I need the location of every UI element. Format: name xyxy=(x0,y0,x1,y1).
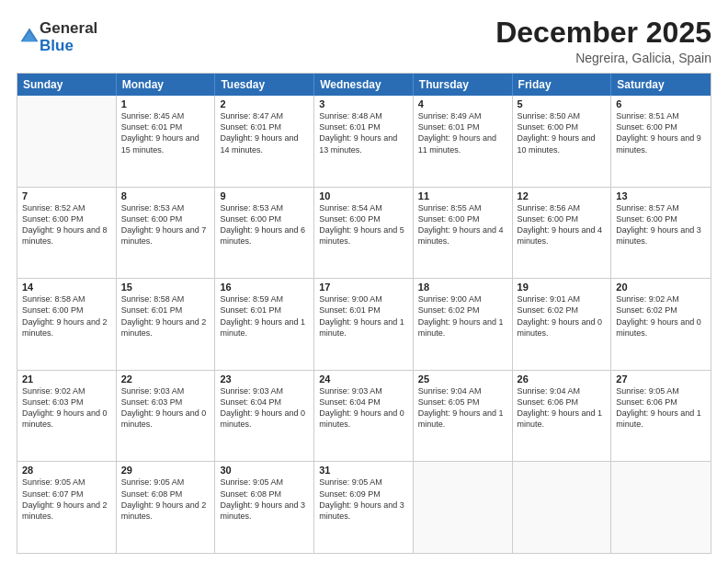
cell-info: Sunrise: 8:56 AMSunset: 6:00 PMDaylight:… xyxy=(518,202,607,247)
cell-info: Sunrise: 8:53 AMSunset: 6:00 PMDaylight:… xyxy=(121,202,210,247)
cell-info: Sunrise: 9:05 AMSunset: 6:08 PMDaylight:… xyxy=(220,477,309,522)
cell-date: 16 xyxy=(220,282,309,293)
calendar-cell xyxy=(611,462,711,553)
header-day: Wednesday xyxy=(314,74,414,96)
calendar-header: SundayMondayTuesdayWednesdayThursdayFrid… xyxy=(17,74,711,96)
cell-date: 20 xyxy=(616,282,706,293)
cell-info: Sunrise: 8:47 AMSunset: 6:01 PMDaylight:… xyxy=(220,110,309,155)
calendar-cell: 14Sunrise: 8:58 AMSunset: 6:00 PMDayligh… xyxy=(17,279,117,370)
cell-date: 5 xyxy=(518,98,607,109)
header-day: Saturday xyxy=(611,74,711,96)
cell-info: Sunrise: 8:54 AMSunset: 6:00 PMDaylight:… xyxy=(319,202,408,247)
calendar-cell: 8Sunrise: 8:53 AMSunset: 6:00 PMDaylight… xyxy=(117,188,216,279)
cell-info: Sunrise: 8:45 AMSunset: 6:01 PMDaylight:… xyxy=(121,110,210,155)
calendar-cell: 22Sunrise: 9:03 AMSunset: 6:03 PMDayligh… xyxy=(117,371,216,462)
cell-info: Sunrise: 8:58 AMSunset: 6:00 PMDaylight:… xyxy=(22,293,111,339)
cell-info: Sunrise: 8:59 AMSunset: 6:01 PMDaylight:… xyxy=(220,293,309,339)
calendar-cell: 17Sunrise: 9:00 AMSunset: 6:01 PMDayligh… xyxy=(314,279,414,370)
cell-info: Sunrise: 8:55 AMSunset: 6:00 PMDaylight:… xyxy=(418,202,507,247)
cell-date: 27 xyxy=(616,373,706,385)
calendar: SundayMondayTuesdayWednesdayThursdayFrid… xyxy=(17,73,711,554)
cell-date: 31 xyxy=(319,465,408,476)
calendar-cell xyxy=(414,462,513,553)
cell-date: 22 xyxy=(121,373,210,385)
cell-date: 17 xyxy=(319,282,408,293)
header-day: Thursday xyxy=(414,74,513,96)
cell-date: 21 xyxy=(22,373,111,385)
calendar-cell: 1Sunrise: 8:45 AMSunset: 6:01 PMDaylight… xyxy=(117,96,216,187)
calendar-row: 7Sunrise: 8:52 AMSunset: 6:00 PMDaylight… xyxy=(17,188,711,280)
cell-date: 11 xyxy=(418,190,507,201)
cell-info: Sunrise: 9:03 AMSunset: 6:04 PMDaylight:… xyxy=(220,385,309,431)
header-day: Monday xyxy=(117,74,216,96)
cell-date: 2 xyxy=(220,98,309,109)
page: General Blue December 2025 Negreira, Gal… xyxy=(0,0,728,563)
calendar-cell: 12Sunrise: 8:56 AMSunset: 6:00 PMDayligh… xyxy=(513,188,612,279)
title-section: December 2025 Negreira, Galicia, Spain xyxy=(495,17,711,65)
calendar-cell xyxy=(513,462,612,553)
cell-date: 19 xyxy=(518,282,607,293)
cell-info: Sunrise: 9:02 AMSunset: 6:03 PMDaylight:… xyxy=(22,385,111,431)
calendar-cell: 30Sunrise: 9:05 AMSunset: 6:08 PMDayligh… xyxy=(215,462,314,553)
calendar-cell: 5Sunrise: 8:50 AMSunset: 6:00 PMDaylight… xyxy=(513,96,612,187)
cell-info: Sunrise: 9:00 AMSunset: 6:02 PMDaylight:… xyxy=(418,293,507,339)
cell-info: Sunrise: 9:01 AMSunset: 6:02 PMDaylight:… xyxy=(518,293,607,339)
calendar-cell xyxy=(17,96,117,187)
cell-date: 15 xyxy=(121,282,210,293)
calendar-cell: 15Sunrise: 8:58 AMSunset: 6:01 PMDayligh… xyxy=(117,279,216,370)
cell-date: 23 xyxy=(220,373,309,385)
calendar-cell: 24Sunrise: 9:03 AMSunset: 6:04 PMDayligh… xyxy=(314,371,414,462)
cell-info: Sunrise: 9:05 AMSunset: 6:09 PMDaylight:… xyxy=(319,477,408,522)
cell-date: 4 xyxy=(418,98,507,109)
calendar-row: 1Sunrise: 8:45 AMSunset: 6:01 PMDaylight… xyxy=(17,96,711,188)
calendar-cell: 3Sunrise: 8:48 AMSunset: 6:01 PMDaylight… xyxy=(314,96,414,187)
cell-date: 1 xyxy=(121,98,210,109)
cell-info: Sunrise: 8:58 AMSunset: 6:01 PMDaylight:… xyxy=(121,293,210,339)
cell-info: Sunrise: 8:48 AMSunset: 6:01 PMDaylight:… xyxy=(319,110,408,155)
cell-info: Sunrise: 9:05 AMSunset: 6:06 PMDaylight:… xyxy=(616,385,706,431)
cell-date: 12 xyxy=(518,190,607,201)
calendar-cell: 4Sunrise: 8:49 AMSunset: 6:01 PMDaylight… xyxy=(414,96,513,187)
cell-date: 13 xyxy=(616,190,706,201)
cell-info: Sunrise: 9:05 AMSunset: 6:08 PMDaylight:… xyxy=(121,477,210,522)
calendar-body: 1Sunrise: 8:45 AMSunset: 6:01 PMDaylight… xyxy=(17,96,711,553)
cell-info: Sunrise: 9:04 AMSunset: 6:05 PMDaylight:… xyxy=(418,385,507,431)
calendar-cell: 13Sunrise: 8:57 AMSunset: 6:00 PMDayligh… xyxy=(611,188,711,279)
cell-date: 29 xyxy=(121,465,210,476)
cell-info: Sunrise: 9:03 AMSunset: 6:03 PMDaylight:… xyxy=(121,385,210,431)
calendar-cell: 7Sunrise: 8:52 AMSunset: 6:00 PMDaylight… xyxy=(17,188,117,279)
calendar-cell: 19Sunrise: 9:01 AMSunset: 6:02 PMDayligh… xyxy=(513,279,612,370)
calendar-cell: 18Sunrise: 9:00 AMSunset: 6:02 PMDayligh… xyxy=(414,279,513,370)
calendar-cell: 6Sunrise: 8:51 AMSunset: 6:00 PMDaylight… xyxy=(611,96,711,187)
calendar-cell: 10Sunrise: 8:54 AMSunset: 6:00 PMDayligh… xyxy=(314,188,414,279)
calendar-cell: 31Sunrise: 9:05 AMSunset: 6:09 PMDayligh… xyxy=(314,462,414,553)
calendar-cell: 16Sunrise: 8:59 AMSunset: 6:01 PMDayligh… xyxy=(215,279,314,370)
cell-info: Sunrise: 8:50 AMSunset: 6:00 PMDaylight:… xyxy=(518,110,607,155)
cell-date: 24 xyxy=(319,373,408,385)
calendar-cell: 27Sunrise: 9:05 AMSunset: 6:06 PMDayligh… xyxy=(611,371,711,462)
cell-info: Sunrise: 9:00 AMSunset: 6:01 PMDaylight:… xyxy=(319,293,408,339)
header: General Blue December 2025 Negreira, Gal… xyxy=(17,17,711,65)
calendar-cell: 26Sunrise: 9:04 AMSunset: 6:06 PMDayligh… xyxy=(513,371,612,462)
calendar-row: 14Sunrise: 8:58 AMSunset: 6:00 PMDayligh… xyxy=(17,279,711,371)
location: Negreira, Galicia, Spain xyxy=(495,51,711,65)
cell-info: Sunrise: 8:53 AMSunset: 6:00 PMDaylight:… xyxy=(220,202,309,247)
logo: General Blue xyxy=(17,20,97,54)
cell-info: Sunrise: 8:51 AMSunset: 6:00 PMDaylight:… xyxy=(616,110,706,155)
header-day: Friday xyxy=(513,74,612,96)
calendar-cell: 25Sunrise: 9:04 AMSunset: 6:05 PMDayligh… xyxy=(414,371,513,462)
calendar-cell: 21Sunrise: 9:02 AMSunset: 6:03 PMDayligh… xyxy=(17,371,117,462)
cell-info: Sunrise: 9:04 AMSunset: 6:06 PMDaylight:… xyxy=(518,385,607,431)
cell-date: 8 xyxy=(121,190,210,201)
month-title: December 2025 xyxy=(495,17,711,49)
logo-blue: Blue xyxy=(40,38,97,55)
cell-date: 26 xyxy=(518,373,607,385)
cell-date: 14 xyxy=(22,282,111,293)
cell-date: 7 xyxy=(22,190,111,201)
cell-date: 30 xyxy=(220,465,309,476)
cell-date: 9 xyxy=(220,190,309,201)
calendar-row: 28Sunrise: 9:05 AMSunset: 6:07 PMDayligh… xyxy=(17,462,711,553)
calendar-cell: 20Sunrise: 9:02 AMSunset: 6:02 PMDayligh… xyxy=(611,279,711,370)
cell-date: 6 xyxy=(616,98,706,109)
header-day: Tuesday xyxy=(215,74,314,96)
